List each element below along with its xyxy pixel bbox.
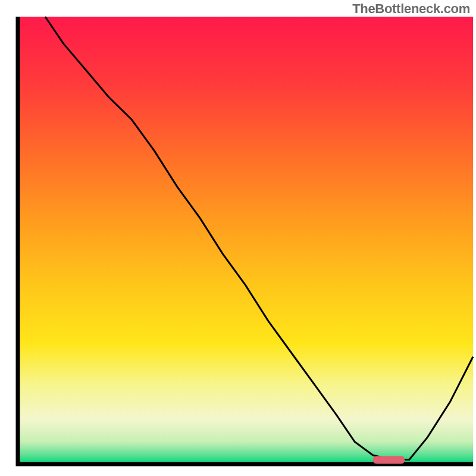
chart-container: TheBottleneck.com <box>0 0 476 476</box>
bottleneck-chart <box>0 0 476 476</box>
plot-background <box>18 17 473 464</box>
watermark-text: TheBottleneck.com <box>352 1 470 17</box>
optimal-marker <box>373 456 405 464</box>
